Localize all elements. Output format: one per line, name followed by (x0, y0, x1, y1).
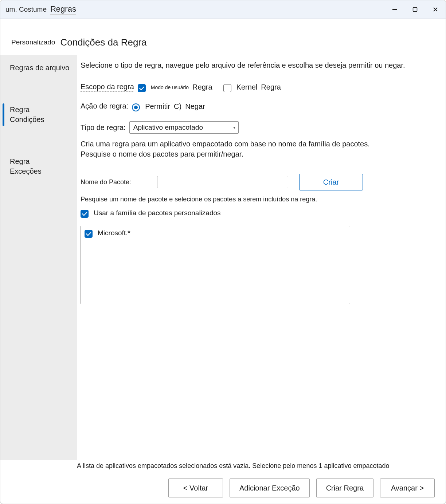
intro-text: Selecione o tipo de regra, navegue pelo … (81, 60, 408, 70)
breadcrumb: Personalizado (11, 38, 55, 46)
page-header: Personalizado Condições da Regra (0, 19, 446, 55)
sidebar-item-label: Regras de arquivo (10, 64, 69, 72)
allow-label: Permitir (145, 102, 170, 111)
wizard-footer: A lista de aplicativos empacotados selec… (0, 460, 446, 504)
footer-warning: A lista de aplicativos empacotados selec… (77, 462, 435, 470)
package-name-row: Nome do Pacote: Criar (81, 174, 435, 190)
rule-scope-label: Escopo da regra (81, 83, 134, 92)
page-title: Condições da Regra (60, 37, 146, 48)
package-name-label: Nome do Pacote: (81, 178, 146, 186)
sidebar-item-rule-exceptions[interactable]: Regra Exceções (0, 151, 77, 182)
package-item-name: Microsoft.* (98, 229, 130, 237)
rule-action-row: Ação de regra: Permitir C) Negar (81, 102, 435, 111)
minimize-button[interactable] (384, 0, 405, 19)
usermode-suffix: Regra (192, 83, 212, 91)
create-package-button[interactable]: Criar (299, 174, 363, 190)
sidebar-item-label: Regra Condições (10, 106, 44, 123)
usermode-checkbox[interactable] (138, 84, 146, 92)
deny-label: Negar (185, 102, 205, 111)
back-button[interactable]: < Voltar (168, 479, 223, 497)
package-name-input[interactable] (157, 176, 288, 188)
wizard-sidebar: Regras de arquivo Regra Condições Regra … (0, 55, 77, 460)
allow-radio[interactable] (132, 103, 140, 111)
use-custom-family-checkbox[interactable] (81, 210, 89, 218)
titlebar: um. Costume Regras (0, 0, 446, 19)
package-item-checkbox[interactable] (85, 230, 93, 238)
rule-type-select[interactable]: Aplicativo empacotado ▾ (129, 121, 239, 134)
add-exception-button[interactable]: Adicionar Exceção (230, 479, 310, 497)
next-button[interactable]: Avançar > (380, 479, 435, 497)
kernel-checkbox[interactable] (223, 84, 231, 92)
package-search-hint: Pesquise um nome de pacote e selecione o… (81, 196, 435, 203)
close-button[interactable] (425, 0, 446, 19)
chevron-down-icon: ▾ (233, 125, 235, 130)
main-content: Selecione o tipo de regra, navegue pelo … (77, 55, 446, 460)
deny-prefix: C) (174, 102, 181, 111)
maximize-button[interactable] (405, 0, 425, 19)
app-title: um. Costume (5, 5, 47, 13)
svg-rect-1 (413, 7, 417, 11)
rule-scope-row: Escopo da regra Modo de usuário Regra Ke… (81, 83, 435, 92)
package-listbox[interactable]: Microsoft.* (81, 226, 350, 304)
rule-type-label: Tipo de regra: (81, 123, 126, 132)
sidebar-item-file-rules[interactable]: Regras de arquivo (0, 57, 77, 79)
rule-action-label: Ação de regra: (81, 102, 128, 111)
rule-type-row: Tipo de regra: Aplicativo empacotado ▾ (81, 121, 435, 134)
rule-type-value: Aplicativo empacotado (133, 123, 203, 131)
kernel-suffix: Regra (261, 83, 281, 91)
usermode-label: Modo de usuário (151, 84, 189, 90)
sidebar-item-label: Regra Exceções (10, 157, 42, 175)
kernel-label: Kernel (236, 83, 258, 91)
list-item[interactable]: Microsoft.* (85, 229, 346, 237)
window-page-title: Regras (50, 4, 76, 15)
use-custom-family-row: Usar a família de pacotes personalizados (81, 209, 435, 217)
use-custom-family-label: Usar a família de pacotes personalizados (94, 209, 221, 217)
create-rule-button[interactable]: Criar Regra (316, 479, 373, 497)
rule-type-description: Cria uma regra para um aplicativo empaco… (81, 139, 394, 159)
sidebar-item-rule-conditions[interactable]: Regra Condições (0, 99, 77, 130)
